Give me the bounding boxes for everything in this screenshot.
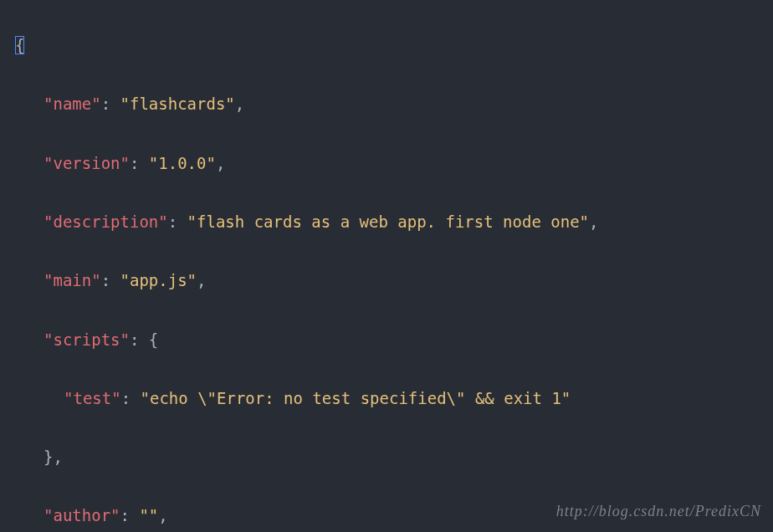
json-value: "1.0.0" (149, 154, 216, 172)
close-brace: } (44, 448, 53, 466)
code-line: { (15, 31, 773, 60)
open-brace: { (15, 36, 24, 54)
colon: : (101, 95, 120, 113)
json-key: "description" (44, 212, 168, 231)
json-key: "name" (44, 95, 101, 113)
code-line: "name": "flashcards", (15, 90, 773, 119)
json-value: "app.js" (120, 271, 197, 289)
json-key: "main" (44, 271, 101, 289)
code-line: }, (15, 442, 773, 472)
comma: , (216, 154, 225, 172)
json-value: "" (139, 506, 158, 524)
comma: , (53, 448, 62, 466)
code-line: "main": "app.js", (15, 266, 773, 295)
json-key: "version" (44, 154, 130, 172)
colon: : (101, 271, 120, 289)
code-line: "description": "flash cards as a web app… (15, 207, 773, 237)
comma: , (235, 95, 244, 113)
json-key: "scripts" (44, 330, 130, 349)
comma: , (158, 506, 167, 524)
comma: , (589, 212, 598, 231)
comma: , (197, 271, 206, 289)
open-brace: { (149, 330, 158, 349)
json-value: "echo \"Error: no test specified\" && ex… (141, 389, 571, 407)
colon: : (120, 506, 140, 524)
code-line: "test": "echo \"Error: no test specified… (15, 384, 773, 413)
code-line: "scripts": { (15, 325, 773, 355)
colon: : (130, 154, 149, 172)
json-key: "author" (44, 506, 120, 524)
colon: : (168, 212, 187, 231)
json-value: "flashcards" (120, 95, 235, 113)
code-line: "version": "1.0.0", (15, 149, 773, 178)
code-editor[interactable]: { "name": "flashcards", "version": "1.0.… (0, 0, 773, 532)
colon: : (130, 330, 149, 349)
json-key: "test" (64, 389, 121, 407)
colon: : (121, 389, 141, 407)
watermark-text: http://blog.csdn.net/PredixCN (556, 498, 761, 525)
json-value: "flash cards as a web app. first node on… (187, 212, 589, 231)
